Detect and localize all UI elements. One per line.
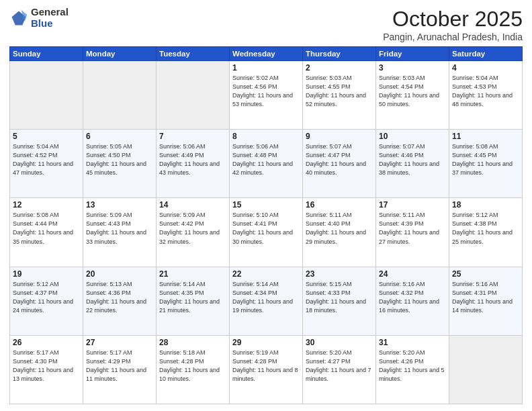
- calendar-week-row: 19Sunrise: 5:12 AMSunset: 4:37 PMDayligh…: [10, 267, 523, 335]
- day-info: Sunrise: 5:12 AMSunset: 4:38 PMDaylight:…: [452, 211, 519, 246]
- day-number: 3: [379, 63, 446, 73]
- day-info: Sunrise: 5:09 AMSunset: 4:42 PMDaylight:…: [159, 211, 226, 246]
- day-number: 13: [86, 200, 153, 210]
- calendar-cell: 7Sunrise: 5:06 AMSunset: 4:49 PMDaylight…: [157, 130, 230, 198]
- title-block: October 2025 Pangin, Arunachal Pradesh, …: [383, 7, 523, 42]
- day-number: 15: [232, 200, 300, 210]
- logo-general-text: General: [31, 7, 69, 18]
- day-number: 4: [452, 63, 519, 73]
- calendar-cell: 31Sunrise: 5:20 AMSunset: 4:26 PMDayligh…: [376, 335, 449, 404]
- day-number: 19: [13, 269, 80, 279]
- logo-blue-text: Blue: [31, 18, 69, 30]
- day-number: 30: [306, 338, 373, 347]
- logo: General Blue: [9, 7, 69, 29]
- day-number: 2: [306, 63, 373, 73]
- day-info: Sunrise: 5:18 AMSunset: 4:28 PMDaylight:…: [159, 349, 226, 383]
- day-info: Sunrise: 5:17 AMSunset: 4:29 PMDaylight:…: [86, 349, 153, 383]
- calendar-cell: 20Sunrise: 5:13 AMSunset: 4:36 PMDayligh…: [83, 267, 157, 335]
- calendar-cell: 24Sunrise: 5:16 AMSunset: 4:32 PMDayligh…: [376, 267, 449, 335]
- day-info: Sunrise: 5:17 AMSunset: 4:30 PMDaylight:…: [13, 349, 80, 383]
- calendar-cell: 26Sunrise: 5:17 AMSunset: 4:30 PMDayligh…: [10, 335, 83, 404]
- month-title: October 2025: [383, 7, 523, 32]
- day-number: 12: [13, 200, 80, 210]
- calendar-cell: 9Sunrise: 5:07 AMSunset: 4:47 PMDaylight…: [303, 130, 376, 198]
- calendar-cell: 1Sunrise: 5:02 AMSunset: 4:56 PMDaylight…: [230, 61, 303, 130]
- calendar-cell: [10, 61, 83, 130]
- calendar-cell: [157, 61, 230, 130]
- day-number: 1: [232, 63, 300, 73]
- calendar-cell: 8Sunrise: 5:06 AMSunset: 4:48 PMDaylight…: [230, 130, 303, 198]
- day-number: 10: [379, 132, 446, 141]
- calendar-cell: 6Sunrise: 5:05 AMSunset: 4:50 PMDaylight…: [83, 130, 157, 198]
- calendar-cell: 23Sunrise: 5:15 AMSunset: 4:33 PMDayligh…: [303, 267, 376, 335]
- calendar-week-row: 26Sunrise: 5:17 AMSunset: 4:30 PMDayligh…: [10, 335, 523, 404]
- calendar-week-row: 1Sunrise: 5:02 AMSunset: 4:56 PMDaylight…: [10, 61, 523, 130]
- weekday-header-row: SundayMondayTuesdayWednesdayThursdayFrid…: [10, 47, 523, 61]
- day-info: Sunrise: 5:10 AMSunset: 4:41 PMDaylight:…: [232, 211, 300, 246]
- day-number: 5: [13, 132, 80, 141]
- day-info: Sunrise: 5:09 AMSunset: 4:43 PMDaylight:…: [86, 211, 153, 246]
- calendar-cell: 16Sunrise: 5:11 AMSunset: 4:40 PMDayligh…: [303, 198, 376, 267]
- calendar-cell: 15Sunrise: 5:10 AMSunset: 4:41 PMDayligh…: [230, 198, 303, 267]
- calendar-cell: 5Sunrise: 5:04 AMSunset: 4:52 PMDaylight…: [10, 130, 83, 198]
- day-info: Sunrise: 5:03 AMSunset: 4:54 PMDaylight:…: [379, 74, 446, 109]
- calendar-cell: 12Sunrise: 5:08 AMSunset: 4:44 PMDayligh…: [10, 198, 83, 267]
- calendar-cell: 14Sunrise: 5:09 AMSunset: 4:42 PMDayligh…: [157, 198, 230, 267]
- calendar-cell: 17Sunrise: 5:11 AMSunset: 4:39 PMDayligh…: [376, 198, 449, 267]
- calendar-week-row: 12Sunrise: 5:08 AMSunset: 4:44 PMDayligh…: [10, 198, 523, 267]
- day-info: Sunrise: 5:14 AMSunset: 4:35 PMDaylight:…: [159, 280, 226, 315]
- day-info: Sunrise: 5:08 AMSunset: 4:44 PMDaylight:…: [13, 211, 80, 246]
- day-number: 9: [306, 132, 373, 141]
- calendar-cell: 4Sunrise: 5:04 AMSunset: 4:53 PMDaylight…: [449, 61, 523, 130]
- day-info: Sunrise: 5:08 AMSunset: 4:45 PMDaylight:…: [452, 142, 519, 177]
- calendar-cell: 3Sunrise: 5:03 AMSunset: 4:54 PMDaylight…: [376, 61, 449, 130]
- day-info: Sunrise: 5:15 AMSunset: 4:33 PMDaylight:…: [306, 280, 373, 315]
- logo-icon: [9, 9, 28, 28]
- day-number: 26: [13, 338, 80, 347]
- calendar-cell: 18Sunrise: 5:12 AMSunset: 4:38 PMDayligh…: [449, 198, 523, 267]
- day-info: Sunrise: 5:06 AMSunset: 4:49 PMDaylight:…: [159, 142, 226, 177]
- day-number: 27: [86, 338, 153, 347]
- calendar-table: SundayMondayTuesdayWednesdayThursdayFrid…: [9, 46, 523, 404]
- calendar-week-row: 5Sunrise: 5:04 AMSunset: 4:52 PMDaylight…: [10, 130, 523, 198]
- day-number: 8: [232, 132, 300, 141]
- day-number: 11: [452, 132, 519, 141]
- day-number: 29: [232, 338, 300, 347]
- day-info: Sunrise: 5:13 AMSunset: 4:36 PMDaylight:…: [86, 280, 153, 315]
- calendar-cell: 27Sunrise: 5:17 AMSunset: 4:29 PMDayligh…: [83, 335, 157, 404]
- day-number: 28: [159, 338, 226, 347]
- calendar-cell: 2Sunrise: 5:03 AMSunset: 4:55 PMDaylight…: [303, 61, 376, 130]
- day-number: 7: [159, 132, 226, 141]
- weekday-header-saturday: Saturday: [449, 47, 523, 61]
- day-number: 31: [379, 338, 446, 347]
- calendar-cell: 22Sunrise: 5:14 AMSunset: 4:34 PMDayligh…: [230, 267, 303, 335]
- weekday-header-wednesday: Wednesday: [230, 47, 303, 61]
- day-info: Sunrise: 5:11 AMSunset: 4:40 PMDaylight:…: [306, 211, 373, 246]
- day-number: 18: [452, 200, 519, 210]
- day-info: Sunrise: 5:07 AMSunset: 4:47 PMDaylight:…: [306, 142, 373, 177]
- weekday-header-monday: Monday: [83, 47, 157, 61]
- day-info: Sunrise: 5:07 AMSunset: 4:46 PMDaylight:…: [379, 142, 446, 177]
- day-number: 24: [379, 269, 446, 279]
- day-info: Sunrise: 5:02 AMSunset: 4:56 PMDaylight:…: [232, 74, 300, 109]
- calendar-cell: 30Sunrise: 5:20 AMSunset: 4:27 PMDayligh…: [303, 335, 376, 404]
- day-info: Sunrise: 5:04 AMSunset: 4:53 PMDaylight:…: [452, 74, 519, 109]
- calendar-cell: 25Sunrise: 5:16 AMSunset: 4:31 PMDayligh…: [449, 267, 523, 335]
- weekday-header-friday: Friday: [376, 47, 449, 61]
- header: General Blue October 2025 Pangin, Arunac…: [9, 7, 523, 42]
- logo-text: General Blue: [31, 7, 69, 29]
- day-number: 17: [379, 200, 446, 210]
- day-info: Sunrise: 5:19 AMSunset: 4:28 PMDaylight:…: [232, 349, 300, 383]
- day-number: 20: [86, 269, 153, 279]
- weekday-header-tuesday: Tuesday: [157, 47, 230, 61]
- calendar-cell: [83, 61, 157, 130]
- day-number: 25: [452, 269, 519, 279]
- calendar-cell: 28Sunrise: 5:18 AMSunset: 4:28 PMDayligh…: [157, 335, 230, 404]
- day-info: Sunrise: 5:12 AMSunset: 4:37 PMDaylight:…: [13, 280, 80, 315]
- location-title: Pangin, Arunachal Pradesh, India: [383, 32, 523, 42]
- day-number: 22: [232, 269, 300, 279]
- calendar-cell: [449, 335, 523, 404]
- calendar-cell: 29Sunrise: 5:19 AMSunset: 4:28 PMDayligh…: [230, 335, 303, 404]
- day-info: Sunrise: 5:16 AMSunset: 4:32 PMDaylight:…: [379, 280, 446, 315]
- day-number: 6: [86, 132, 153, 141]
